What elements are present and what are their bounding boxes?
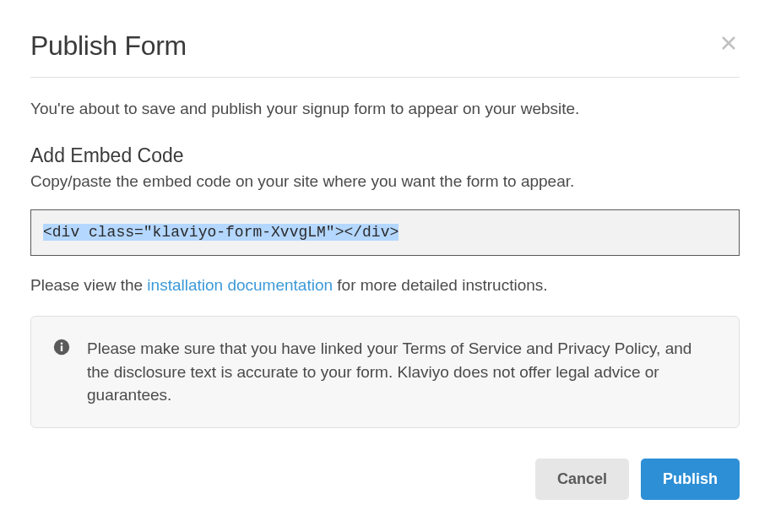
docs-suffix: for more detailed instructions. [333,276,548,294]
info-text: Please make sure that you have linked yo… [87,337,718,407]
cancel-button[interactable]: Cancel [535,459,629,500]
embed-subtext: Copy/paste the embed code on your site w… [30,171,740,193]
docs-prefix: Please view the [30,276,147,294]
button-row: Cancel Publish [30,459,740,500]
embed-code-text: <div class="klaviyo-form-XvvgLM"></div> [43,224,399,241]
docs-link[interactable]: installation documentation [147,276,333,294]
intro-text: You're about to save and publish your si… [30,98,740,121]
close-icon[interactable] [718,30,740,57]
modal-title: Publish Form [30,30,187,62]
docs-instruction: Please view the installation documentati… [30,274,740,297]
svg-rect-3 [61,345,62,351]
modal-header: Publish Form [30,30,740,78]
svg-point-4 [61,342,63,345]
embed-code-box[interactable]: <div class="klaviyo-form-XvvgLM"></div> [30,209,740,256]
embed-heading: Add Embed Code [30,144,740,167]
info-panel: Please make sure that you have linked yo… [30,316,740,428]
info-icon [53,337,70,359]
publish-button[interactable]: Publish [641,459,740,500]
